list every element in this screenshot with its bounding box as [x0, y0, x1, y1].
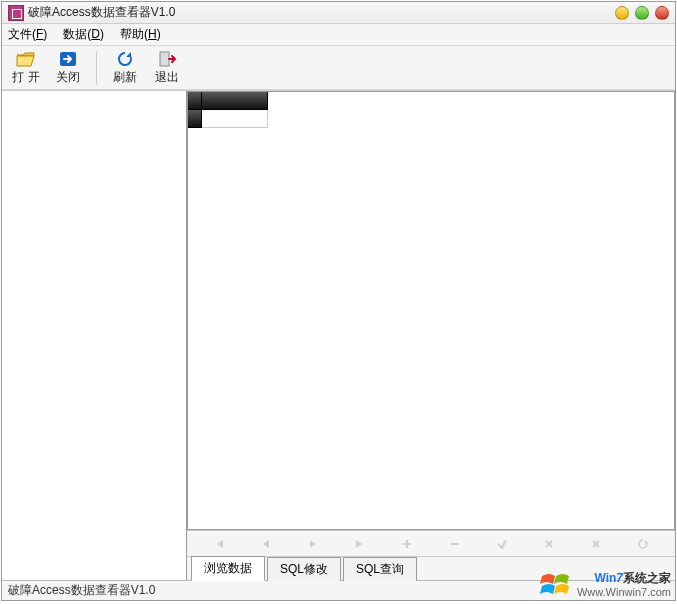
toolbar: 打 开 关闭 刷新 退出 — [2, 46, 675, 90]
title-bar[interactable]: 破障Access数据查看器V1.0 — [2, 2, 675, 24]
tab-sql-query[interactable]: SQL查询 — [343, 557, 417, 581]
nav-prev-icon[interactable] — [257, 535, 275, 553]
nav-cancel-icon[interactable] — [587, 535, 605, 553]
nav-delete-icon[interactable] — [446, 535, 464, 553]
tab-browse[interactable]: 浏览数据 — [191, 556, 265, 581]
close-label: 关闭 — [56, 69, 80, 86]
tree-pane[interactable] — [2, 91, 187, 580]
nav-post-icon[interactable] — [540, 535, 558, 553]
close-arrow-icon — [58, 50, 78, 68]
toolbar-separator — [96, 51, 97, 85]
app-icon — [8, 5, 24, 21]
menu-data[interactable]: 数据(D) — [63, 26, 104, 43]
nav-add-icon[interactable] — [398, 535, 416, 553]
menu-file[interactable]: 文件(F) — [8, 26, 47, 43]
nav-first-icon[interactable] — [210, 535, 228, 553]
minimize-button[interactable] — [615, 6, 629, 20]
exit-button[interactable]: 退出 — [149, 48, 185, 88]
nav-last-icon[interactable] — [351, 535, 369, 553]
close-button[interactable]: 关闭 — [50, 48, 86, 88]
status-bar: 破障Access数据查看器V1.0 — [2, 580, 675, 600]
nav-edit-icon[interactable] — [493, 535, 511, 553]
open-button[interactable]: 打 开 — [8, 48, 44, 88]
grid-cell[interactable] — [202, 110, 268, 128]
record-navigator — [187, 530, 675, 556]
menu-help[interactable]: 帮助(H) — [120, 26, 161, 43]
tabs-bar: 浏览数据 SQL修改 SQL查询 — [187, 556, 675, 580]
exit-label: 退出 — [155, 69, 179, 86]
menu-bar: 文件(F) 数据(D) 帮助(H) — [2, 24, 675, 46]
refresh-label: 刷新 — [113, 69, 137, 86]
content-pane: 浏览数据 SQL修改 SQL查询 — [187, 91, 675, 580]
svg-rect-1 — [160, 52, 169, 66]
close-window-button[interactable] — [655, 6, 669, 20]
grid-column-header[interactable] — [202, 92, 268, 110]
app-window: 破障Access数据查看器V1.0 文件(F) 数据(D) 帮助(H) 打 开 … — [1, 1, 676, 601]
grid-row-header[interactable] — [188, 110, 202, 128]
window-controls — [615, 6, 669, 20]
refresh-button[interactable]: 刷新 — [107, 48, 143, 88]
data-grid[interactable] — [187, 91, 675, 530]
window-title: 破障Access数据查看器V1.0 — [28, 4, 615, 21]
open-label: 打 开 — [12, 69, 39, 86]
folder-open-icon — [16, 50, 36, 68]
exit-icon — [157, 50, 177, 68]
grid-corner[interactable] — [188, 92, 202, 110]
refresh-icon — [115, 50, 135, 68]
nav-refresh-icon[interactable] — [634, 535, 652, 553]
nav-next-icon[interactable] — [304, 535, 322, 553]
body-split: 浏览数据 SQL修改 SQL查询 — [2, 90, 675, 580]
maximize-button[interactable] — [635, 6, 649, 20]
tab-sql-modify[interactable]: SQL修改 — [267, 557, 341, 581]
grid-header — [188, 92, 268, 110]
status-text: 破障Access数据查看器V1.0 — [8, 582, 155, 599]
grid-row — [188, 110, 268, 128]
